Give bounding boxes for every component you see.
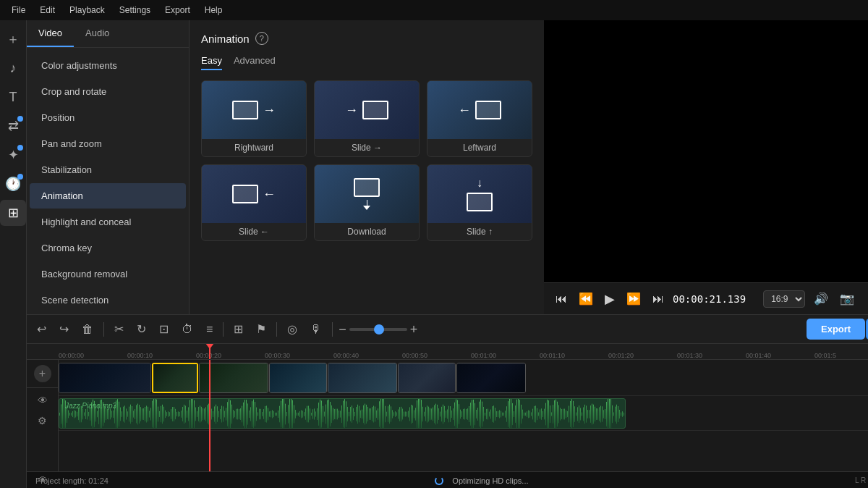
ruler-0: 00:00:00 — [59, 352, 84, 359]
icon-bar: ＋ ♪ T ⇄ ✦ 🕐 ⊞ — [0, 20, 27, 488]
prop-background-removal[interactable]: Background removal — [30, 261, 186, 287]
audio-label: Jazz Piano.mp3 — [65, 402, 116, 410]
zoom-out-button[interactable]: − — [339, 323, 346, 336]
clip-7[interactable] — [456, 363, 526, 393]
anim-card-rightward[interactable]: → Rightward — [201, 80, 307, 157]
timeline-area: ↩ ↪ 🗑 ✂ ↻ ⊡ ⏱ ≡ ⊞ ⚑ ◎ 🎙 − — [27, 314, 868, 488]
step-back-button[interactable]: ⏪ — [576, 289, 596, 308]
ruler-8: 00:01:20 — [608, 352, 634, 359]
aspect-ratio-select[interactable]: 16:9 4:3 1:1 — [763, 290, 805, 308]
fit-button[interactable]: ⊞ — [229, 319, 247, 339]
lens-button[interactable]: ◎ — [283, 319, 302, 339]
menu-edit[interactable]: Edit — [34, 4, 61, 17]
music-icon: ♪ — [10, 61, 17, 76]
menu-file[interactable]: File — [6, 4, 31, 17]
timeline-content: + 👁 ⚙ 👁 🔊 ⚙ — [27, 360, 868, 471]
timer-button[interactable]: ⏱ — [177, 320, 197, 339]
effects-icon-btn[interactable]: ✦ — [0, 142, 26, 168]
prop-chroma-key[interactable]: Chroma key — [30, 235, 186, 261]
anim-tab-easy[interactable]: Easy — [201, 55, 222, 70]
ruler-9: 00:01:30 — [677, 352, 702, 359]
properties-icon-btn[interactable]: ⊞ — [0, 200, 26, 226]
ruler-11: 00:01:5 — [814, 352, 836, 359]
clip-5[interactable] — [328, 363, 397, 393]
color-icon-btn[interactable]: 🕐 — [0, 171, 26, 197]
anim-card-slide-left[interactable]: ← Slide ← — [201, 164, 307, 241]
lr-label: L R — [855, 476, 866, 484]
waveform-canvas — [59, 399, 626, 429]
add-media-button[interactable]: ＋ — [0, 26, 26, 52]
clip-6[interactable] — [398, 363, 456, 393]
content-area: Video Audio Color adjustments Crop and r… — [27, 20, 868, 488]
redo-button[interactable]: ↪ — [55, 319, 73, 339]
ruler-1: 00:00:10 — [127, 352, 153, 359]
ruler-4: 00:00:40 — [333, 352, 359, 359]
anim-card-slide-right[interactable]: → Slide → — [314, 80, 420, 157]
help-icon[interactable]: ? — [255, 32, 268, 45]
mic-button[interactable]: 🎙 — [306, 320, 326, 339]
export-group: Export ▾ — [807, 319, 868, 340]
skip-back-button[interactable]: ⏮ — [553, 290, 570, 308]
track-eye-icon[interactable]: 👁 — [31, 391, 54, 410]
animation-tabs: Easy Advanced — [201, 55, 532, 70]
animation-panel: Animation ? Easy Advanced — [190, 20, 544, 314]
prop-pan-zoom[interactable]: Pan and zoom — [30, 131, 186, 156]
project-length: Project length: 01:24 — [35, 476, 109, 485]
prop-highlight-conceal[interactable]: Highlight and conceal — [30, 209, 186, 235]
step-forward-button[interactable]: ⏩ — [624, 289, 644, 308]
anim-card-leftward[interactable]: ← Leftward — [427, 80, 532, 157]
prop-animation[interactable]: Animation — [30, 183, 186, 209]
menu-bar: File Edit Playback Settings Export Help — [0, 0, 868, 20]
zoom-slider[interactable] — [349, 328, 407, 331]
audio-clip[interactable]: Jazz Piano.mp3 — [59, 398, 626, 429]
transitions-icon-btn[interactable]: ⇄ — [0, 113, 26, 139]
ruler-10: 00:01:40 — [746, 352, 771, 359]
menu-playback[interactable]: Playback — [64, 4, 111, 17]
crop-button[interactable]: ⊡ — [155, 319, 173, 339]
skip-forward-button[interactable]: ⏭ — [650, 290, 667, 308]
music-icon-btn[interactable]: ♪ — [0, 55, 26, 81]
add-track-button[interactable]: + — [34, 365, 51, 382]
menu-export[interactable]: Export — [159, 4, 196, 17]
menu-help[interactable]: Help — [199, 4, 229, 17]
tracks-container: Jazz Piano.mp3 — [59, 360, 868, 471]
prop-scene-detection[interactable]: Scene detection — [30, 287, 186, 313]
play-button[interactable]: ▶ — [602, 288, 618, 310]
volume-button[interactable]: 🔊 — [811, 289, 831, 308]
properties-sidebar: Video Audio Color adjustments Crop and r… — [27, 20, 190, 314]
ruler-3: 00:00:30 — [265, 352, 290, 359]
anim-card-download[interactable]: Download — [314, 164, 420, 241]
tab-audio[interactable]: Audio — [74, 20, 121, 47]
clip-1[interactable] — [59, 363, 151, 393]
text-icon: T — [9, 90, 17, 105]
effects-icon: ✦ — [8, 147, 19, 163]
prop-color-adjustments[interactable]: Color adjustments — [30, 53, 186, 78]
video-track — [59, 360, 868, 396]
snapshot-button[interactable]: 📷 — [837, 289, 857, 308]
equalizer-button[interactable]: ≡ — [202, 320, 217, 339]
prop-position[interactable]: Position — [30, 105, 186, 130]
track-settings-icon[interactable]: ⚙ — [31, 411, 54, 430]
animation-grid: → Rightward — [201, 80, 532, 241]
preview-area: ⏮ ⏪ ▶ ⏩ ⏭ 00:00:21.139 16:9 4:3 1:1 🔊 📷 … — [544, 20, 868, 314]
anim-card-slide-up[interactable]: ↓ Slide ↑ — [427, 164, 532, 241]
clip-4[interactable] — [269, 363, 327, 393]
text-icon-btn[interactable]: T — [0, 84, 26, 110]
delete-button[interactable]: 🗑 — [77, 320, 98, 339]
more-options-button[interactable]: ⋮ — [863, 289, 868, 308]
zoom-in-button[interactable]: + — [410, 323, 418, 336]
export-button[interactable]: Export — [807, 319, 865, 340]
flag-button[interactable]: ⚑ — [252, 319, 271, 339]
tab-video[interactable]: Video — [27, 20, 74, 47]
cut-button[interactable]: ✂ — [110, 319, 128, 339]
anim-tab-advanced[interactable]: Advanced — [234, 55, 276, 70]
main-layout: ＋ ♪ T ⇄ ✦ 🕐 ⊞ — [0, 20, 868, 488]
prop-stabilization[interactable]: Stabilization — [30, 157, 186, 182]
ruler-5: 00:00:50 — [402, 352, 427, 359]
rotate-button[interactable]: ↻ — [132, 319, 150, 339]
upper-content: Video Audio Color adjustments Crop and r… — [27, 20, 868, 314]
menu-settings[interactable]: Settings — [114, 4, 156, 17]
undo-button[interactable]: ↩ — [33, 319, 51, 339]
prop-crop-rotate[interactable]: Crop and rotate — [30, 79, 186, 104]
clip-2[interactable] — [152, 363, 198, 393]
